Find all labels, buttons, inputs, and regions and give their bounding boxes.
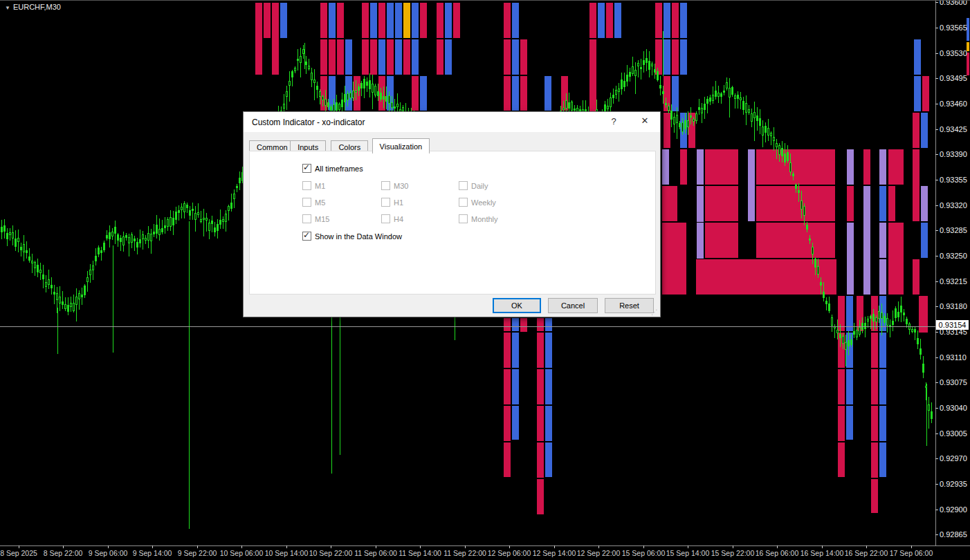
ok-button[interactable]: OK	[493, 298, 541, 313]
candle-body	[294, 68, 296, 71]
candle-body	[360, 83, 363, 88]
candle-body	[759, 118, 761, 126]
candle-body	[73, 303, 75, 311]
cancel-button[interactable]: Cancel	[548, 298, 598, 313]
candle-wick	[62, 291, 63, 309]
candle-body	[717, 93, 720, 97]
candle-body	[659, 85, 661, 89]
candle-body	[42, 274, 44, 279]
time-tick	[152, 545, 153, 548]
indicator-block	[696, 149, 704, 185]
close-icon[interactable]: ✕	[634, 115, 655, 129]
candle-wick	[223, 216, 223, 229]
indicator-block	[870, 478, 879, 514]
indicator-block	[663, 39, 671, 75]
price-axis-line	[935, 0, 936, 545]
resize-grip-icon[interactable]: ⋰	[651, 308, 658, 316]
candle-body	[214, 227, 216, 232]
candle-wick	[890, 319, 890, 337]
candle-body	[784, 153, 786, 162]
tab-visualization[interactable]: Visualization	[372, 138, 430, 153]
indicator-block	[837, 368, 845, 405]
indicator-block	[671, 2, 679, 39]
indicator-block	[879, 368, 887, 405]
indicator-block	[345, 39, 353, 75]
candle-body	[383, 96, 385, 100]
candle-wick	[754, 102, 755, 141]
indicator-block	[394, 39, 403, 75]
indicator-block	[879, 149, 887, 185]
checkbox-box	[302, 214, 311, 223]
candle-body	[109, 232, 111, 239]
candle-body	[380, 93, 382, 100]
price-tick	[935, 180, 938, 180]
indicator-block	[545, 332, 553, 368]
indicator-block	[403, 2, 411, 39]
candle-body	[850, 339, 852, 345]
candle-body	[388, 95, 390, 104]
candle-long-wick	[663, 31, 664, 76]
checkbox-label: H1	[394, 198, 403, 207]
price-axis-label: 0.92865	[940, 530, 967, 539]
time-tick	[688, 545, 688, 548]
time-tick	[241, 545, 242, 548]
indicator-block	[870, 442, 879, 478]
candle-wick	[928, 397, 929, 429]
indicator-block	[912, 149, 920, 222]
indicator-block	[663, 2, 671, 39]
candle-wick	[32, 254, 33, 274]
candle-wick	[154, 224, 154, 237]
time-axis-line	[0, 545, 970, 546]
candle-body	[646, 58, 648, 63]
candle-body	[571, 102, 573, 111]
candle-body	[344, 94, 346, 102]
indicator-block	[912, 259, 920, 295]
candle-wick	[181, 203, 182, 218]
candle-body	[322, 96, 324, 100]
indicator-block	[436, 2, 444, 39]
indicator-block	[661, 222, 687, 295]
checkbox-box	[381, 181, 390, 190]
price-tick	[935, 408, 938, 409]
candle-body	[372, 84, 374, 93]
candle-body	[192, 209, 194, 211]
candle-body	[867, 319, 869, 321]
candle-body	[205, 218, 208, 220]
candle-body	[84, 286, 86, 295]
candle-body	[122, 236, 125, 245]
candle-body	[789, 162, 791, 172]
candle-body	[648, 61, 650, 70]
price-tick	[935, 332, 938, 333]
indicator-block	[589, 2, 597, 39]
time-tick	[197, 545, 198, 548]
price-tick	[935, 104, 938, 104]
candle-body	[158, 229, 161, 235]
candle-body	[3, 225, 6, 232]
indicator-block	[888, 185, 896, 222]
indicator-block	[671, 39, 679, 75]
indicator-block	[863, 149, 871, 185]
checkbox-box[interactable]: ✓	[302, 164, 311, 173]
candle-long-wick	[331, 312, 332, 474]
time-tick	[331, 545, 331, 548]
indicator-block	[614, 2, 622, 39]
reset-button[interactable]: Reset	[605, 298, 654, 313]
indicator-block	[361, 39, 369, 75]
checkbox-label: All timeframes	[315, 165, 363, 173]
help-icon[interactable]: ?	[605, 116, 622, 129]
chart-window: ▼EURCHF,M30 0.936000.935650.935300.93495…	[0, 0, 970, 560]
checkbox-box[interactable]: ✓	[302, 232, 311, 241]
candle-body	[156, 225, 158, 234]
candle-body	[820, 282, 822, 286]
indicator-block	[704, 185, 739, 222]
check-icon: ✓	[303, 162, 310, 172]
candle-body	[731, 87, 733, 95]
candle-body	[230, 203, 232, 209]
candle-body	[194, 213, 196, 220]
candle-body	[720, 93, 722, 96]
candle-body	[690, 115, 692, 118]
checkbox-box	[459, 181, 468, 190]
dialog-title-bar[interactable]: Custom Indicator - xo-indicator ? ✕	[244, 112, 660, 132]
candle-body	[753, 112, 756, 118]
price-tick	[935, 306, 938, 307]
